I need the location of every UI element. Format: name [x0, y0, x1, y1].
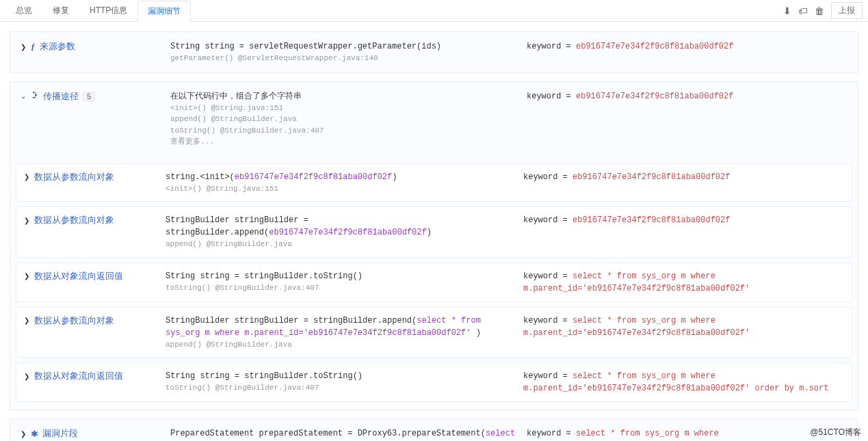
item-header[interactable]: ❯ 数据从参数流向对象 [23, 315, 159, 327]
keyword-label: keyword = [527, 42, 576, 51]
summary-more[interactable]: 查看更多... [170, 136, 520, 148]
item-code: StringBuilder stringBuilder = stringBuil… [166, 214, 516, 250]
summary-title: 在以下代码行中，组合了多个字符串 [170, 90, 520, 103]
item-header[interactable]: ❯ 数据从对象流向返回值 [23, 370, 159, 382]
propagation-title: 传播途径 [43, 90, 79, 103]
summary-line-1: append() @StringBuilder.java [170, 113, 520, 125]
keyword-label: keyword = [523, 172, 573, 182]
propagation-item: ❯ 数据从参数流向对象 StringBuilder stringBuilder … [16, 307, 852, 358]
source-keyword: keyword = eb916747e7e34f2f9c8f81aba00df0… [527, 40, 848, 53]
fragment-panel: ❯ ✱ 漏洞片段 PreparedStatement preparedState… [10, 418, 858, 441]
fragment-title: 漏洞片段 [42, 427, 78, 440]
item-title: 数据从对象流向返回值 [34, 270, 123, 282]
watermark: @51CTO博客 [810, 427, 861, 438]
item-keyword: keyword = eb916747e7e34f2f9c8f81aba00df0… [523, 214, 845, 226]
item-meta: append() @StringBuilder.java [166, 339, 516, 351]
item-code: String string = stringBuilder.toString()… [166, 270, 516, 294]
item-keyword: keyword = select * from sys_org m where … [523, 370, 845, 395]
propagation-item: ❯ 数据从参数流向对象 string.<init>(eb916747e7e34f… [16, 163, 852, 202]
chevron-right-icon: ❯ [23, 373, 30, 379]
chevron-right-icon: ❯ [23, 174, 30, 181]
item-header[interactable]: ❯ 数据从参数流向对象 [23, 214, 159, 226]
item-code: string.<init>(eb916747e7e34f2f9c8f81aba0… [166, 171, 516, 195]
tab-list: 总览 修复 HTTP信息 漏洞细节 [5, 0, 191, 21]
chevron-right-icon: ❯ [23, 317, 30, 324]
keyword-value: eb916747e7e34f2f9c8f81aba00df02f [576, 42, 733, 51]
item-meta: toString() @StringBuilder.java:407 [166, 282, 516, 294]
tab-http-info[interactable]: HTTP信息 [79, 0, 137, 21]
toolbar-actions: ⬇ 🏷 🗑 上报 [783, 2, 863, 19]
item-code: String string = stringBuilder.toString()… [166, 370, 516, 394]
item-header[interactable]: ❯ 数据从对象流向返回值 [23, 270, 159, 282]
chevron-right-icon: ❯ [20, 430, 27, 437]
download-icon[interactable]: ⬇ [783, 5, 791, 16]
keyword-label: keyword = [523, 316, 573, 325]
propagation-header[interactable]: ⌄ 传播途径 5 [20, 90, 163, 103]
propagation-panel: ⌄ 传播途径 5 在以下代码行中，组合了多个字符串 <init>() @Stri… [10, 81, 858, 411]
summary-line-2: toString() @StringBuilder.java:407 [170, 125, 520, 137]
fragment-header[interactable]: ❯ ✱ 漏洞片段 [20, 427, 163, 440]
propagation-item: ❯ 数据从对象流向返回值 String string = stringBuild… [16, 263, 852, 302]
keyword-label: keyword = [527, 429, 576, 438]
item-meta: toString() @StringBuilder.java:407 [166, 382, 516, 394]
chevron-down-icon: ⌄ [20, 93, 27, 100]
tab-vuln-detail[interactable]: 漏洞细节 [137, 1, 191, 22]
path-icon [31, 91, 39, 101]
item-title: 数据从对象流向返回值 [34, 370, 123, 382]
top-bar: 总览 修复 HTTP信息 漏洞细节 ⬇ 🏷 🗑 上报 [0, 0, 868, 22]
propagation-summary: 在以下代码行中，组合了多个字符串 <init>() @String.java:1… [170, 90, 520, 148]
item-header[interactable]: ❯ 数据从参数流向对象 [23, 171, 159, 183]
source-meta: getParameter() @ServletRequestWrapper.ja… [170, 53, 520, 64]
source-title: 来源参数 [40, 40, 75, 53]
item-keyword: keyword = eb916747e7e34f2f9c8f81aba00df0… [523, 171, 845, 183]
keyword-label: keyword = [523, 215, 573, 225]
chevron-right-icon: ❯ [23, 273, 30, 280]
source-header[interactable]: ❯ ƒ 来源参数 [20, 40, 163, 53]
content-area: ❯ ƒ 来源参数 String string = servletRequestW… [0, 22, 868, 441]
item-title: 数据从参数流向对象 [34, 214, 114, 226]
source-panel: ❯ ƒ 来源参数 String string = servletRequestW… [10, 31, 858, 73]
tab-fix[interactable]: 修复 [42, 0, 79, 21]
keyword-value: eb916747e7e34f2f9c8f81aba00df02f [573, 215, 730, 225]
tab-overview[interactable]: 总览 [5, 0, 42, 21]
function-icon: ƒ [31, 41, 36, 52]
delete-icon[interactable]: 🗑 [815, 5, 824, 16]
keyword-value: eb916747e7e34f2f9c8f81aba00df02f [576, 92, 733, 101]
keyword-value: eb916747e7e34f2f9c8f81aba00df02f [573, 172, 730, 182]
keyword-label: keyword = [523, 271, 573, 281]
tag-icon[interactable]: 🏷 [798, 5, 808, 16]
item-keyword: keyword = select * from sys_org m where … [523, 315, 845, 339]
source-code-line: String string = servletRequestWrapper.ge… [170, 40, 520, 53]
source-code: String string = servletRequestWrapper.ge… [170, 40, 520, 64]
report-button[interactable]: 上报 [831, 2, 863, 19]
item-title: 数据从参数流向对象 [34, 315, 114, 327]
item-meta: <init>() @String.java:151 [166, 183, 516, 195]
propagation-keyword: keyword = eb916747e7e34f2f9c8f81aba00df0… [527, 90, 848, 103]
fragment-keyword: keyword = select * from sys_org m where … [527, 427, 848, 441]
chevron-right-icon: ❯ [23, 217, 30, 224]
propagation-item: ❯ 数据从对象流向返回值 String string = stringBuild… [16, 362, 852, 402]
item-meta: append() @StringBuilder.java [166, 239, 516, 250]
item-code: StringBuilder stringBuilder = stringBuil… [166, 315, 516, 351]
summary-line-0: <init>() @String.java:151 [170, 103, 520, 114]
gear-icon: ✱ [31, 429, 38, 439]
item-title: 数据从参数流向对象 [34, 171, 114, 183]
item-keyword: keyword = select * from sys_org m where … [523, 270, 845, 295]
propagation-count: 5 [83, 92, 95, 101]
keyword-label: keyword = [527, 92, 576, 101]
keyword-label: keyword = [523, 371, 573, 381]
chevron-right-icon: ❯ [20, 43, 27, 50]
propagation-items: ❯ 数据从参数流向对象 string.<init>(eb916747e7e34f… [10, 156, 858, 410]
propagation-item: ❯ 数据从参数流向对象 StringBuilder stringBuilder … [16, 206, 852, 258]
fragment-code: PreparedStatement preparedStatement = DP… [170, 427, 520, 441]
